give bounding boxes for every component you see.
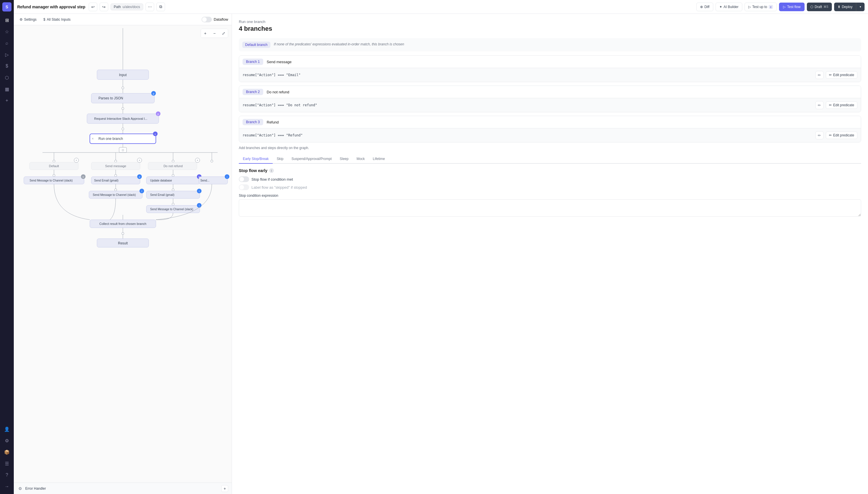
svg-point-4 [122, 87, 124, 89]
tab-early-stop[interactable]: Early Stop/Break [239, 154, 273, 164]
sidebar-item-settings[interactable]: ⚙ [2, 435, 12, 446]
error-add-button[interactable]: + [221, 485, 228, 492]
stop-flow-toggle[interactable] [239, 176, 249, 182]
sidebar-item-billing[interactable]: $ [2, 61, 12, 71]
svg-text:Request Interactive Slack Appr: Request Interactive Slack Approval l... [94, 117, 147, 120]
svg-point-78 [172, 203, 174, 205]
svg-text:p: p [157, 113, 159, 115]
svg-text:Send...: Send... [200, 179, 210, 182]
svg-point-54 [115, 189, 117, 191]
panel-tabs: Early Stop/Break Skip Suspend/Approval/P… [239, 154, 861, 164]
branch-1-name-input[interactable] [267, 60, 857, 64]
ai-builder-button[interactable]: ✦ AI Builder [715, 3, 742, 11]
branch-3-predicate-row: resume["Action"] === "Refund" ✏ ✏ Edit p… [239, 128, 861, 142]
sidebar: S ⊞ ☆ ⌕ ▷ $ ⬡ ▦ + 👤 ⚙ 📦 ☰ ? → [0, 0, 14, 494]
flow-editor-panel: ⚙ Settings $ All Static Inputs Dataflow … [14, 14, 232, 494]
tab-sleep[interactable]: Sleep [336, 154, 353, 164]
sidebar-item-calendar[interactable]: ▦ [2, 84, 12, 94]
svg-text:Parses to JSON: Parses to JSON [98, 96, 123, 100]
svg-text:×: × [76, 159, 77, 162]
more-options-button[interactable]: ⋯ [145, 3, 154, 11]
dollar-icon: $ [43, 18, 45, 21]
draft-label: Draft [815, 5, 822, 9]
draft-key: ⌘S [824, 5, 828, 8]
stop-condition-input[interactable] [239, 199, 861, 216]
deploy-dropdown-button[interactable]: ▾ [856, 3, 865, 11]
draft-button[interactable]: ⬡ Draft ⌘S [807, 3, 832, 11]
stop-flow-toggle-row: Stop flow if condition met [239, 176, 861, 182]
svg-text:×: × [139, 159, 140, 162]
sidebar-item-home[interactable]: ⊞ [2, 15, 12, 25]
tab-lifetime[interactable]: Lifetime [369, 154, 389, 164]
diff-button[interactable]: ⊕ Diff [696, 3, 713, 11]
default-branch-badge: Default branch [242, 42, 270, 48]
settings-icon: ⚙ [20, 18, 23, 21]
branch-2-name-input[interactable] [267, 90, 857, 94]
branch-2-edit-icon[interactable]: ✏ [815, 101, 824, 109]
branch-3-predicate: resume["Action"] === "Refund" [242, 133, 813, 137]
sidebar-item-search[interactable]: ⌕ [2, 38, 12, 48]
play-icon: ▷ [748, 5, 751, 9]
sidebar-item-integrations[interactable]: ⬡ [2, 72, 12, 83]
dataflow-toggle[interactable] [201, 17, 212, 22]
svg-point-18 [122, 128, 124, 130]
branch-3-edit-predicate-button[interactable]: ✏ Edit predicate [826, 132, 857, 139]
svg-text:×: × [197, 159, 198, 162]
stop-condition-section: Stop condition expression [239, 194, 861, 217]
svg-text:Result: Result [118, 241, 128, 245]
tab-mock[interactable]: Mock [353, 154, 369, 164]
sidebar-item-list[interactable]: ☰ [2, 458, 12, 469]
sidebar-item-help[interactable]: ? [2, 470, 12, 480]
svg-point-36 [53, 174, 55, 177]
svg-text:Input: Input [119, 73, 127, 77]
ai-label: AI Builder [724, 5, 738, 9]
stop-flow-section: Stop flow early i [239, 168, 861, 173]
settings-button[interactable]: ⚙ Settings [17, 16, 39, 23]
branch-2-predicate: resume["Action"] === "Do not refund" [242, 103, 813, 107]
svg-text:i: i [227, 175, 227, 178]
static-inputs-button[interactable]: $ All Static Inputs [41, 16, 73, 23]
stop-condition-label: Stop condition expression [239, 194, 861, 197]
sidebar-item-expand[interactable]: → [2, 481, 12, 492]
label-flow-toggle[interactable] [239, 184, 249, 190]
sidebar-item-add[interactable]: + [2, 95, 12, 106]
default-branch-description: If none of the predicates' expressions e… [274, 42, 404, 47]
stop-flow-info-icon[interactable]: i [269, 168, 274, 173]
undo-button[interactable]: ↩ [89, 3, 97, 11]
svg-text:Update database: Update database [150, 179, 172, 182]
branch-1-predicate-row: resume["Action"] === "Email" ✏ ✏ Edit pr… [239, 68, 861, 82]
stop-flow-title: Stop flow early [239, 168, 268, 173]
svg-text:Send message: Send message [105, 164, 126, 168]
sidebar-item-starred[interactable]: ☆ [2, 26, 12, 37]
edit-icon-2: ✏ [829, 103, 832, 107]
edit-icon: ✏ [829, 73, 832, 77]
right-panel: Run one branch 4 branches Default branch… [232, 14, 868, 494]
tab-suspend[interactable]: Suspend/Approval/Prompt [287, 154, 336, 164]
branch-3-edit-icon[interactable]: ✏ [815, 131, 824, 139]
branch-1-edit-predicate-button[interactable]: ✏ Edit predicate [826, 71, 857, 79]
test-flow-button[interactable]: ▷ Test flow [779, 3, 805, 11]
branch-3-name-input[interactable] [267, 120, 857, 125]
sidebar-item-person[interactable]: 👤 [2, 424, 12, 434]
svg-text:i: i [199, 190, 199, 193]
svg-text:Run one branch: Run one branch [98, 137, 123, 141]
deploy-button[interactable]: ⬆ Deploy [834, 3, 856, 11]
redo-button[interactable]: ↪ [100, 3, 108, 11]
svg-text:Default: Default [49, 164, 59, 168]
tab-skip[interactable]: Skip [273, 154, 287, 164]
error-handler-bar: ⚙ Error Handler + [14, 482, 232, 494]
svg-text:i: i [141, 190, 142, 193]
layout-button[interactable]: ⧉ [156, 3, 165, 11]
add-branches-note: Add branches and steps directly on the g… [239, 146, 861, 150]
svg-text:p: p [153, 92, 154, 95]
flow-svg: Input Parses to JSON p Request Int [14, 25, 232, 249]
branch-3-header: Branch 3 [239, 116, 861, 128]
page-title: Refund manager with approval step [17, 5, 85, 9]
sidebar-item-packages[interactable]: 📦 [2, 447, 12, 457]
svg-text:n: n [82, 175, 84, 178]
sidebar-item-flows[interactable]: ▷ [2, 50, 12, 60]
branch-2-edit-predicate-button[interactable]: ✏ Edit predicate [826, 101, 857, 109]
branch-1-edit-icon[interactable]: ✏ [815, 71, 824, 79]
branch-1-edit-label: Edit predicate [833, 73, 854, 77]
test-up-to-button[interactable]: ▷ Test up to c [745, 3, 777, 11]
